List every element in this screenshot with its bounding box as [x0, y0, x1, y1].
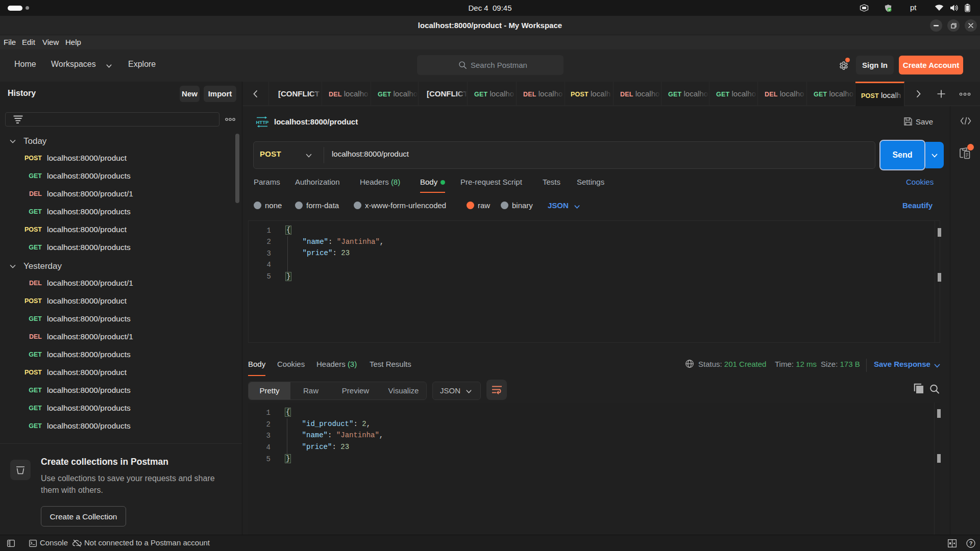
svg-text:HTTP: HTTP	[256, 119, 269, 125]
svg-text:?: ?	[969, 540, 973, 546]
